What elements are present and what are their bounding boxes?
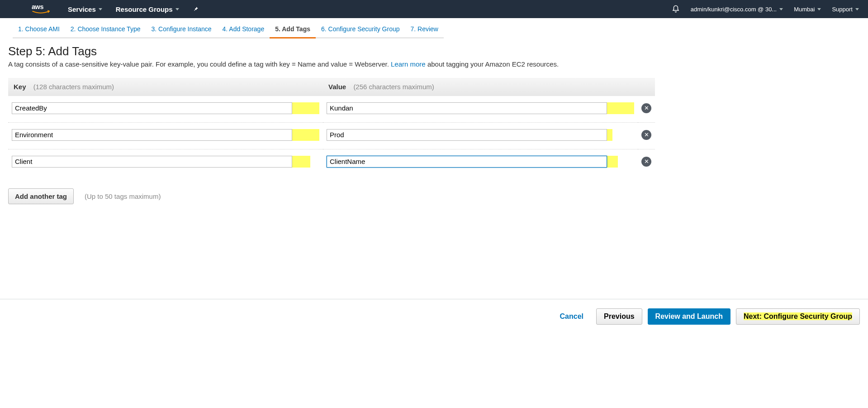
learn-more-link[interactable]: Learn more [391,60,426,68]
key-header-label: Key [14,83,26,91]
delete-tag-button[interactable]: ✕ [641,130,651,140]
nav-resource-groups[interactable]: Resource Groups [116,5,179,13]
add-tag-hint: (Up to 50 tags maximum) [85,192,161,200]
key-header-cell: Key (128 characters maximum) [8,78,323,96]
add-tag-row: Add another tag (Up to 50 tags maximum) [8,188,860,204]
page-description: A tag consists of a case-sensitive key-v… [8,59,860,70]
nav-services[interactable]: Services [68,5,102,13]
pin-icon[interactable] [193,6,199,12]
desc-post: about tagging your Amazon EC2 resources. [427,60,559,68]
top-nav: aws Services Resource Groups admin/kunkr… [0,0,868,18]
tags-table: Key (128 characters maximum) Value (256 … [8,78,655,176]
nav-right: admin/kunkri@cisco.com @ 30... Mumbai Su… [672,5,859,13]
tag-row: ✕ [8,96,655,123]
nav-support[interactable]: Support [832,6,859,13]
step-choose-ami[interactable]: 1. Choose AMI [13,24,65,38]
chevron-down-icon [855,8,859,10]
nav-support-label: Support [832,6,853,13]
tag-value-input[interactable] [327,102,607,114]
value-header-cell: Value (256 characters maximum) [323,78,638,96]
chevron-down-icon [817,8,821,10]
nav-services-label: Services [68,5,96,13]
step-add-tags[interactable]: 5. Add Tags [270,24,316,38]
chevron-down-icon [175,8,179,10]
value-header-label: Value [328,83,346,91]
step-add-storage[interactable]: 4. Add Storage [217,24,270,38]
tag-key-input[interactable] [12,156,292,168]
nav-region[interactable]: Mumbai [794,6,821,13]
wizard-steps: 1. Choose AMI 2. Choose Instance Type 3.… [0,18,868,39]
desc-pre: A tag consists of a case-sensitive key-v… [8,60,391,68]
aws-logo[interactable]: aws [32,3,50,15]
nav-left: Services Resource Groups [68,5,199,13]
notifications-icon[interactable] [672,5,680,13]
svg-text:aws: aws [32,3,43,10]
tag-key-input[interactable] [12,129,292,141]
nav-resource-groups-label: Resource Groups [116,5,173,13]
step-configure-security-group[interactable]: 6. Configure Security Group [316,24,405,38]
add-another-tag-button[interactable]: Add another tag [8,188,74,204]
tag-value-input[interactable] [327,129,607,141]
value-header-hint: (256 characters maximum) [353,83,434,91]
delete-tag-button[interactable]: ✕ [641,103,651,113]
chevron-down-icon [99,8,102,10]
chevron-down-icon [779,8,783,10]
nav-account-label: admin/kunkri@cisco.com @ 30... [691,6,777,13]
nav-region-label: Mumbai [794,6,815,13]
tag-key-input[interactable] [12,102,292,114]
tag-row: ✕ [8,122,655,149]
key-header-hint: (128 characters maximum) [33,83,114,91]
page-content: Step 5: Add Tags A tag consists of a cas… [0,39,868,204]
tag-value-input[interactable] [327,156,607,168]
delete-tag-button[interactable]: ✕ [641,157,651,167]
delete-header-cell [638,78,655,96]
nav-account[interactable]: admin/kunkri@cisco.com @ 30... [691,6,783,13]
step-review[interactable]: 7. Review [405,24,444,38]
page-title: Step 5: Add Tags [8,44,860,58]
tag-row: ✕ [8,149,655,176]
step-configure-instance[interactable]: 3. Configure Instance [146,24,217,38]
step-choose-instance-type[interactable]: 2. Choose Instance Type [65,24,146,38]
